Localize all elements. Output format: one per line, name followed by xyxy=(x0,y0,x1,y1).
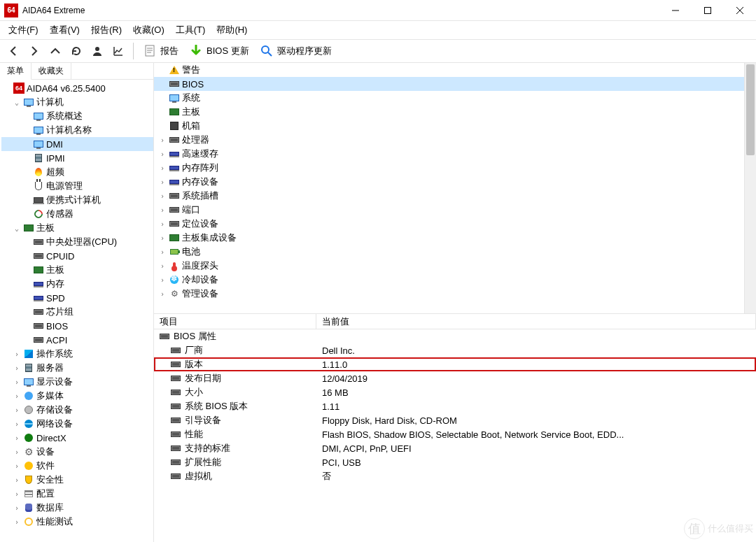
details-rows[interactable]: BIOS 属性厂商Dell Inc.版本1.11.0发布日期12/04/2019… xyxy=(154,329,756,542)
list-item[interactable]: ›高速缓存 xyxy=(154,147,756,161)
list-item[interactable]: ›电池 xyxy=(154,245,756,259)
twisty-icon[interactable]: › xyxy=(157,136,168,144)
tree-item[interactable]: ›网络设备 xyxy=(1,417,153,431)
tree-item[interactable]: ›⚙设备 xyxy=(1,445,153,459)
user-button[interactable] xyxy=(87,41,108,62)
maximize-button[interactable] xyxy=(692,0,724,21)
tree-item[interactable]: SPD xyxy=(1,291,153,305)
bios-update-button[interactable]: BIOS 更新 xyxy=(184,41,255,62)
twisty-icon[interactable]: › xyxy=(157,150,168,158)
twisty-icon[interactable]: › xyxy=(11,518,22,526)
detail-row[interactable]: 版本1.11.0 xyxy=(154,357,756,371)
detail-row[interactable]: 大小16 MB xyxy=(154,385,756,399)
tree-item[interactable]: ›显示设备 xyxy=(1,375,153,389)
twisty-icon[interactable]: › xyxy=(11,476,22,484)
list-item[interactable]: ›主板集成设备 xyxy=(154,231,756,245)
tree-item[interactable]: IPMI xyxy=(1,151,153,165)
tree-item[interactable]: 芯片组 xyxy=(1,305,153,319)
list-item[interactable]: BIOS xyxy=(154,77,756,91)
nav-up-button[interactable] xyxy=(45,41,66,62)
menu-item[interactable]: 文件(F) xyxy=(4,22,43,38)
list-item[interactable]: ›温度探头 xyxy=(154,259,756,273)
detail-row[interactable]: 虚拟机否 xyxy=(154,469,756,483)
list-item[interactable]: ›定位设备 xyxy=(154,217,756,231)
detail-row[interactable]: 系统 BIOS 版本1.11 xyxy=(154,399,756,413)
list-item[interactable]: ›系统插槽 xyxy=(154,189,756,203)
twisty-icon[interactable]: › xyxy=(11,364,22,372)
twisty-icon[interactable]: › xyxy=(11,448,22,456)
list-item[interactable]: ›⚙管理设备 xyxy=(154,287,756,301)
chart-button[interactable] xyxy=(108,41,129,62)
twisty-icon[interactable]: › xyxy=(157,192,168,200)
twisty-icon[interactable]: ⌄ xyxy=(11,99,22,106)
list-item[interactable]: 主板 xyxy=(154,105,756,119)
twisty-icon[interactable]: › xyxy=(11,406,22,414)
tree-item[interactable]: CPUID xyxy=(1,249,153,263)
twisty-icon[interactable]: › xyxy=(11,350,22,358)
twisty-icon[interactable]: › xyxy=(11,420,22,428)
tree-item[interactable]: DMI xyxy=(1,137,153,151)
tab-favorites[interactable]: 收藏夹 xyxy=(31,63,71,79)
twisty-icon[interactable]: › xyxy=(11,490,22,498)
twisty-icon[interactable]: › xyxy=(11,504,22,512)
twisty-icon[interactable]: › xyxy=(157,164,168,172)
menu-item[interactable]: 收藏(O) xyxy=(129,22,169,38)
tree-item[interactable]: ›配置 xyxy=(1,487,153,501)
close-button[interactable] xyxy=(724,0,756,21)
minimize-button[interactable] xyxy=(659,0,692,21)
twisty-icon[interactable]: › xyxy=(11,378,22,386)
tree-item[interactable]: ACPI xyxy=(1,333,153,347)
tree-item[interactable]: ›多媒体 xyxy=(1,389,153,403)
tree-item[interactable]: 系统概述 xyxy=(1,109,153,123)
refresh-button[interactable] xyxy=(66,41,87,62)
twisty-icon[interactable]: ⌄ xyxy=(11,224,22,232)
tree-item[interactable]: 计算机名称 xyxy=(1,123,153,137)
scrollbar-vertical[interactable] xyxy=(744,63,756,313)
tree-item[interactable]: ›服务器 xyxy=(1,361,153,375)
detail-row[interactable]: 支持的标准DMI, ACPI, PnP, UEFI xyxy=(154,441,756,455)
list-item[interactable]: 机箱 xyxy=(154,119,756,133)
twisty-icon[interactable]: › xyxy=(157,262,168,270)
twisty-icon[interactable]: › xyxy=(157,290,168,298)
tree-item[interactable]: 主板 xyxy=(1,263,153,277)
twisty-icon[interactable]: › xyxy=(11,434,22,442)
tree-item[interactable]: ⌄主板 xyxy=(1,221,153,235)
list-item[interactable]: ›内存阵列 xyxy=(154,161,756,175)
menu-item[interactable]: 查看(V) xyxy=(46,22,84,38)
col-item[interactable]: 项目 xyxy=(154,314,316,329)
report-button[interactable]: 报告 xyxy=(138,41,184,62)
detail-row[interactable]: 扩展性能PCI, USB xyxy=(154,455,756,469)
list-item[interactable]: 系统 xyxy=(154,91,756,105)
twisty-icon[interactable]: › xyxy=(157,206,168,214)
tree-item[interactable]: ›性能测试 xyxy=(1,515,153,529)
tree-item[interactable]: BIOS xyxy=(1,319,153,333)
nav-back-button[interactable] xyxy=(3,41,24,62)
tree-item[interactable]: 便携式计算机 xyxy=(1,193,153,207)
menu-item[interactable]: 报告(R) xyxy=(87,22,126,38)
tree-item[interactable]: ›数据库 xyxy=(1,501,153,515)
tree-item[interactable]: 内存 xyxy=(1,277,153,291)
tree-item[interactable]: ›操作系统 xyxy=(1,347,153,361)
tree-item[interactable]: 超频 xyxy=(1,165,153,179)
tree-item[interactable]: 电源管理 xyxy=(1,179,153,193)
tree-item[interactable]: 传感器 xyxy=(1,207,153,221)
driver-update-button[interactable]: 驱动程序更新 xyxy=(255,41,337,62)
list-item[interactable]: ›内存设备 xyxy=(154,175,756,189)
twisty-icon[interactable]: › xyxy=(157,220,168,228)
detail-row[interactable]: 引导设备Floppy Disk, Hard Disk, CD-ROM xyxy=(154,413,756,427)
twisty-icon[interactable]: › xyxy=(11,462,22,470)
twisty-icon[interactable]: › xyxy=(157,248,168,256)
tree-item[interactable]: 中央处理器(CPU) xyxy=(1,235,153,249)
twisty-icon[interactable]: › xyxy=(157,234,168,242)
nav-forward-button[interactable] xyxy=(24,41,45,62)
twisty-icon[interactable]: › xyxy=(157,276,168,284)
twisty-icon[interactable]: › xyxy=(157,178,168,186)
menu-item[interactable]: 帮助(H) xyxy=(212,22,251,38)
tree-item[interactable]: ⌄计算机 xyxy=(1,95,153,109)
list-item[interactable]: ›冷却设备 xyxy=(154,273,756,287)
tree-item[interactable]: ›DirectX xyxy=(1,431,153,445)
menu-item[interactable]: 工具(T) xyxy=(172,22,210,38)
tree-item[interactable]: 64AIDA64 v6.25.5400 xyxy=(1,81,153,95)
tree-item[interactable]: ›安全性 xyxy=(1,473,153,487)
list-item[interactable]: ›处理器 xyxy=(154,133,756,147)
